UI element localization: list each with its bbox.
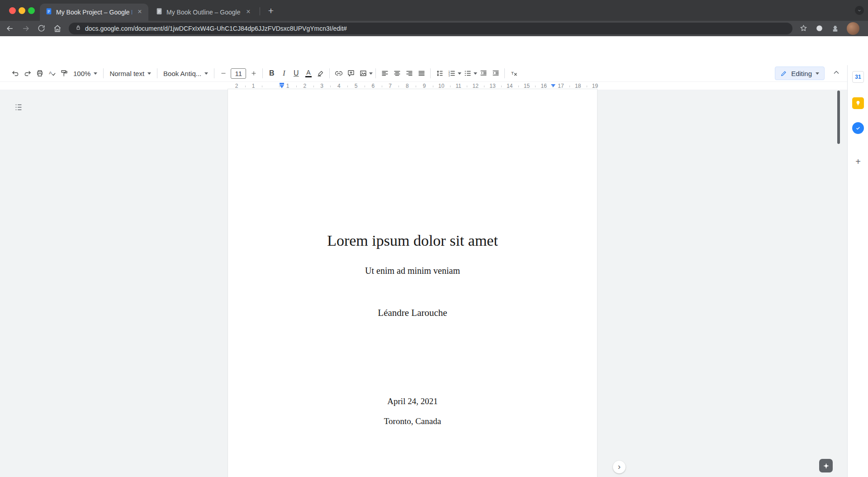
font-size-decrease-button[interactable] (217, 67, 229, 80)
tab-search-button[interactable] (855, 6, 864, 15)
bold-button[interactable]: B (266, 67, 278, 80)
window-minimize-button[interactable] (19, 7, 25, 14)
extensions-puzzle-icon[interactable] (831, 24, 840, 33)
ruler-tick (245, 86, 246, 87)
paragraph-style-select[interactable]: Normal text (106, 67, 154, 80)
add-comment-button[interactable] (345, 67, 357, 80)
line-spacing-button[interactable] (433, 67, 446, 80)
browser-tab-active[interactable]: My Book Project – Google Doc × (40, 4, 148, 21)
spell-check-button[interactable]: A (46, 67, 58, 80)
numbered-list-button[interactable]: 123 (446, 67, 458, 80)
align-right-button[interactable] (403, 67, 415, 80)
highlight-color-button[interactable] (314, 67, 327, 80)
align-justify-button[interactable] (415, 67, 427, 80)
site-lock-icon[interactable] (75, 24, 81, 33)
document-page[interactable]: Lorem ipsum dolor sit amet Ut enim ad mi… (228, 89, 598, 477)
paint-format-button[interactable] (58, 67, 70, 80)
italic-button[interactable]: I (278, 67, 290, 80)
add-addon-button[interactable]: + (853, 157, 863, 167)
ruler-tick (398, 86, 399, 87)
ruler-mark: 2 (303, 83, 306, 89)
extension-icon[interactable] (815, 24, 824, 33)
window-zoom-button[interactable] (28, 7, 35, 14)
doc-title-text[interactable]: Lorem ipsum dolor sit amet (228, 232, 597, 249)
ruler-mark: 9 (423, 83, 426, 89)
tab-title: My Book Project – Google Doc (56, 9, 132, 16)
decrease-indent-button[interactable] (477, 67, 489, 80)
keep-icon[interactable] (852, 97, 864, 109)
tab-close-icon[interactable]: × (244, 8, 252, 16)
zoom-select[interactable]: 100% (70, 67, 100, 80)
chevron-down-icon[interactable] (369, 72, 373, 75)
hide-menus-button[interactable] (832, 68, 843, 79)
ruler-tick (433, 86, 433, 87)
toolbar-separator (430, 68, 431, 78)
insert-image-button[interactable] (357, 67, 369, 80)
svg-text:A: A (49, 70, 52, 75)
show-side-panel-chevron[interactable]: › (613, 461, 626, 473)
tasks-icon[interactable] (852, 122, 864, 134)
editing-mode-button[interactable]: Editing (775, 67, 825, 80)
ruler-tick (501, 86, 502, 87)
doc-author-text[interactable]: Léandre Larouche (228, 307, 597, 319)
ruler-mark: 16 (541, 83, 547, 89)
forward-button[interactable] (21, 24, 30, 33)
font-value: Book Antiq... (163, 70, 201, 77)
svg-text:3: 3 (448, 74, 450, 77)
chevron-down-icon (94, 72, 97, 75)
ruler-tick (450, 86, 451, 87)
undo-button[interactable] (9, 67, 21, 80)
explore-button[interactable] (819, 459, 833, 472)
ruler-tick (296, 86, 297, 87)
show-outline-button[interactable] (14, 102, 24, 112)
reload-button[interactable] (37, 24, 46, 33)
tab-close-icon[interactable]: × (136, 8, 144, 16)
url-bar[interactable]: docs.google.com/document/d/1jwDCFxIxW4G-… (69, 23, 792, 34)
font-family-select[interactable]: Book Antiq... (160, 67, 211, 80)
ruler-tick (330, 86, 331, 87)
back-button[interactable] (5, 24, 14, 33)
browser-tab-inactive[interactable]: My Book Outline – Google Doc × (150, 4, 257, 21)
tab-title: My Book Outline – Google Doc (166, 9, 241, 16)
left-indent-marker[interactable] (280, 83, 284, 88)
vertical-scrollbar[interactable] (837, 91, 840, 144)
chevron-down-icon[interactable] (474, 72, 477, 75)
mode-label: Editing (791, 70, 812, 77)
ruler-mark: 18 (575, 83, 581, 89)
home-button[interactable] (53, 24, 62, 33)
doc-date-text[interactable]: April 24, 2021 (228, 396, 597, 406)
print-button[interactable] (33, 67, 46, 80)
ruler-tick (347, 86, 348, 87)
ruler-mark: 7 (389, 83, 392, 89)
clear-formatting-button[interactable]: T (508, 67, 520, 80)
insert-link-button[interactable] (332, 67, 345, 80)
ruler-mark: 14 (507, 83, 512, 89)
first-line-indent-marker[interactable] (280, 83, 284, 85)
new-tab-button[interactable]: + (265, 5, 277, 17)
calendar-icon[interactable]: 31 (852, 71, 864, 83)
bulleted-list-button[interactable] (461, 67, 474, 80)
ruler-mark: 11 (455, 83, 461, 89)
docs-favicon (156, 8, 163, 17)
ruler-mark: 4 (337, 83, 341, 89)
text-color-glyph: A (306, 69, 310, 76)
browser-profile-avatar[interactable] (847, 22, 859, 35)
ruler-mark: 19 (592, 83, 598, 89)
increase-indent-button[interactable] (489, 67, 502, 80)
font-size-input[interactable]: 11 (231, 68, 246, 79)
doc-location-text[interactable]: Toronto, Canada (228, 416, 597, 426)
bookmark-star-icon[interactable] (799, 24, 808, 33)
text-color-button[interactable]: A (302, 67, 314, 80)
align-left-button[interactable] (379, 67, 391, 80)
chevron-down-icon[interactable] (458, 72, 461, 75)
window-close-button[interactable] (9, 7, 16, 14)
right-indent-marker[interactable] (551, 84, 555, 87)
browser-nav-bar: docs.google.com/document/d/1jwDCFxIxW4G-… (0, 21, 868, 36)
doc-subtitle-text[interactable]: Ut enim ad minim veniam (228, 266, 597, 276)
underline-button[interactable]: U (290, 67, 302, 80)
redo-button[interactable] (21, 67, 33, 80)
align-center-button[interactable] (391, 67, 403, 80)
font-size-increase-button[interactable] (247, 67, 260, 80)
ruler-tick (262, 86, 262, 87)
url-text: docs.google.com/document/d/1jwDCFxIxW4G-… (85, 25, 347, 32)
